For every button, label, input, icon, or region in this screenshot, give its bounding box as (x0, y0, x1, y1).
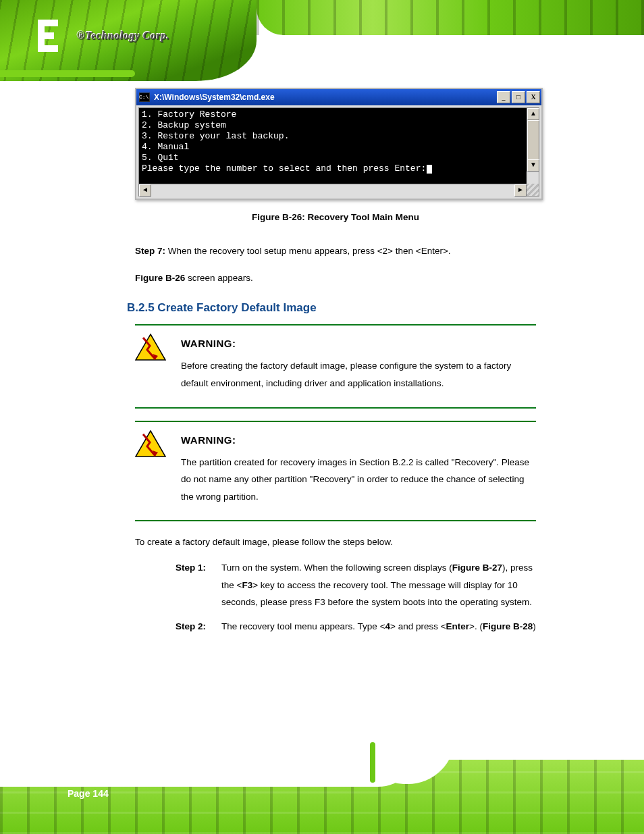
scroll-down-arrow-icon[interactable]: ▼ (527, 159, 539, 172)
step1-c: > key to access the recovery tool. The m… (221, 580, 532, 608)
section-title: B.2.5 Create Factory Default Image (127, 301, 536, 315)
steps-list: Step 1: Turn on the system. When the fol… (176, 559, 536, 635)
warning2-top-rule (135, 421, 536, 422)
page-header-graphics: ®Technology Corp. (0, 0, 644, 81)
footer-swoop (0, 746, 419, 787)
scroll-left-arrow-icon[interactable]: ◄ (139, 184, 151, 197)
step2-enter: Enter (446, 621, 470, 631)
cmd-lines: 1. Factory Restore 2. Backup system 3. R… (142, 109, 426, 174)
warning-block-2: WARNING: The partition created for recov… (135, 421, 536, 522)
svg-marker-0 (136, 334, 165, 360)
close-button[interactable]: X (527, 91, 540, 103)
warning-bottom-rule (135, 407, 536, 409)
logo-mark (27, 20, 69, 52)
lead-step-number: Step 7: (135, 246, 165, 256)
warning2-head: WARNING: (181, 434, 536, 446)
header-left-block: ®Technology Corp. (0, 0, 257, 81)
step1-key: F3 (242, 580, 252, 590)
svg-marker-2 (136, 431, 165, 457)
step-1: Step 1: Turn on the system. When the fol… (176, 559, 536, 611)
step2-c: >. ( (469, 621, 483, 631)
lead-step: Step 7: When the recovery tool setup men… (135, 242, 536, 260)
warning2-bottom-rule (135, 520, 536, 521)
lead-step-wrap: Figure B-26 screen appears. (135, 269, 536, 287)
resize-grip-icon[interactable] (527, 184, 539, 196)
lead-step-tail: > then <Enter>. (387, 246, 450, 256)
header-strip (257, 0, 644, 35)
brand-text: ®Technology Corp. (77, 30, 169, 42)
figure-ref-bold: Figure B-26 (135, 273, 185, 283)
cmd-titlebar[interactable]: X:\Windows\System32\cmd.exe _ □ X (136, 89, 541, 105)
warning-icon (135, 334, 166, 361)
body-text: To create a factory default image, pleas… (135, 533, 536, 551)
warning-block-1: WARNING: Before creating the factory def… (135, 324, 536, 408)
cmd-title-text: X:\Windows\System32\cmd.exe (154, 89, 497, 105)
header-thin-bar (0, 70, 135, 77)
scroll-right-arrow-icon[interactable]: ► (514, 184, 527, 197)
horizontal-scrollbar[interactable]: ◄ ► (139, 184, 539, 196)
step1-a: Turn on the system. When the following s… (221, 563, 452, 573)
lead-step-key: 2 (383, 246, 388, 256)
lead-step-after: screen appears. (185, 273, 253, 283)
cmd-app-icon (139, 93, 150, 102)
hscroll-track[interactable] (151, 184, 514, 197)
scroll-up-arrow-icon[interactable]: ▲ (527, 108, 539, 120)
step1-number: Step 1: (176, 563, 206, 573)
maximize-button[interactable]: □ (512, 91, 525, 103)
warning2-text: The partition created for recovery image… (181, 454, 536, 506)
warning-top-rule (135, 324, 536, 325)
content-area: X:\Windows\System32\cmd.exe _ □ X 1. Fac… (0, 81, 644, 753)
step2-fig: Figure B-28 (483, 621, 533, 631)
warning1-text: Before creating the factory default imag… (181, 357, 536, 392)
vertical-scrollbar[interactable]: ▲ ▼ (527, 108, 539, 172)
scroll-thumb[interactable] (527, 120, 539, 161)
step2-a: The recovery tool menu appears. Type < (221, 621, 385, 631)
warning1-head: WARNING: (181, 338, 536, 349)
cmd-terminal[interactable]: 1. Factory Restore 2. Backup system 3. R… (139, 108, 539, 184)
step1-fig: Figure B-27 (452, 563, 502, 573)
step2-b: > and press < (390, 621, 446, 631)
brand-logo: ®Technology Corp. (27, 12, 250, 59)
step2-d: ) (533, 621, 536, 631)
page-number: Page 144 (68, 788, 109, 799)
minimize-button[interactable]: _ (497, 91, 510, 103)
figure-caption: Figure B-26: Recovery Tool Main Menu (135, 212, 536, 222)
warning-icon (135, 430, 166, 457)
step-2: Step 2: The recovery tool menu appears. … (176, 618, 536, 635)
step2-key: 4 (385, 621, 391, 631)
cursor (427, 165, 432, 174)
lead-step-body: When the recovery tool setup menu appear… (168, 246, 383, 256)
step2-number: Step 2: (176, 621, 206, 631)
cmd-window: X:\Windows\System32\cmd.exe _ □ X 1. Fac… (135, 88, 543, 200)
